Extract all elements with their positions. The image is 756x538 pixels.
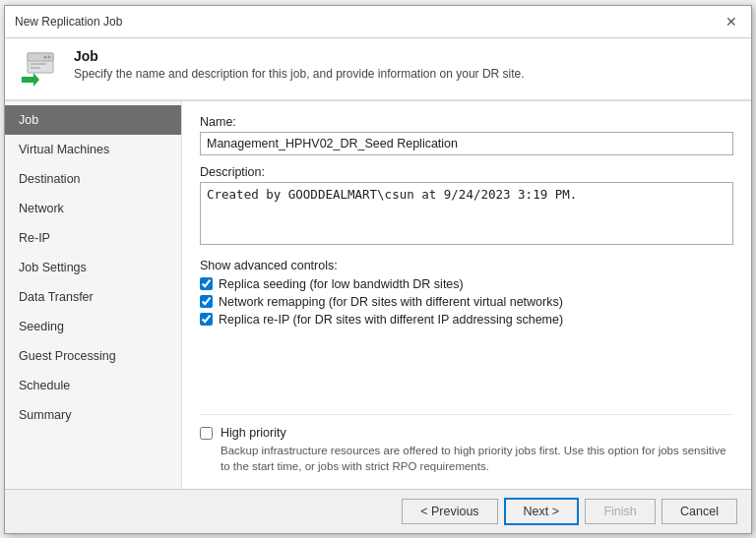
sidebar-item-network[interactable]: Network <box>5 194 181 223</box>
checkbox-row-seeding: Replica seeding (for low bandwidth DR si… <box>200 277 733 291</box>
sidebar-item-summary[interactable]: Summary <box>5 400 181 430</box>
close-button[interactable]: ✕ <box>722 12 741 31</box>
sidebar-item-seeding[interactable]: Seeding <box>5 312 181 341</box>
finish-button[interactable]: Finish <box>585 499 656 524</box>
sidebar-item-data-transfer[interactable]: Data Transfer <box>5 282 181 312</box>
svg-rect-4 <box>31 63 46 65</box>
name-input[interactable] <box>200 132 733 155</box>
svg-rect-5 <box>31 67 40 69</box>
high-priority-section: High priority Backup infrastructure reso… <box>200 414 733 474</box>
cancel-button[interactable]: Cancel <box>662 499 737 524</box>
sidebar-item-guest-processing[interactable]: Guest Processing <box>5 341 181 371</box>
sidebar-item-job-settings[interactable]: Job Settings <box>5 253 181 282</box>
svg-point-2 <box>48 55 51 58</box>
sidebar-item-schedule[interactable]: Schedule <box>5 371 181 400</box>
sidebar-item-destination[interactable]: Destination <box>5 164 181 194</box>
footer: < Previous Next > Finish Cancel <box>5 489 751 533</box>
sidebar: Job Virtual Machines Destination Network… <box>5 101 182 489</box>
replica-reip-label: Replica re-IP (for DR sites with differe… <box>219 313 563 327</box>
job-icon <box>19 48 60 90</box>
title-bar: New Replication Job ✕ <box>5 6 751 38</box>
high-priority-text: High priority Backup infrastructure reso… <box>220 425 733 474</box>
replica-seeding-label: Replica seeding (for low bandwidth DR si… <box>219 277 464 291</box>
replica-seeding-checkbox[interactable] <box>200 277 213 290</box>
high-priority-description: Backup infrastructure resources are offe… <box>220 443 733 474</box>
new-replication-job-dialog: New Replication Job ✕ Job Specify the na… <box>4 5 752 534</box>
high-priority-row: High priority Backup infrastructure reso… <box>200 425 733 474</box>
network-remapping-checkbox[interactable] <box>200 295 213 308</box>
dialog-body: Job Virtual Machines Destination Network… <box>5 101 751 489</box>
header-description: Specify the name and description for thi… <box>74 67 525 81</box>
svg-point-3 <box>44 55 47 58</box>
checkbox-row-reip: Replica re-IP (for DR sites with differe… <box>200 313 733 327</box>
header-area: Job Specify the name and description for… <box>5 38 751 101</box>
header-title: Job <box>74 48 525 64</box>
network-remapping-label: Network remapping (for DR sites with dif… <box>219 295 563 309</box>
advanced-section: Show advanced controls: Replica seeding … <box>200 259 733 330</box>
sidebar-item-job[interactable]: Job <box>5 105 181 135</box>
previous-button[interactable]: < Previous <box>402 499 497 524</box>
main-content: Name: Description: Created by GOODDEALMA… <box>182 101 751 489</box>
name-label: Name: <box>200 115 733 129</box>
svg-marker-6 <box>22 73 39 87</box>
high-priority-label: High priority <box>220 426 286 440</box>
next-button[interactable]: Next > <box>504 498 579 525</box>
description-label: Description: <box>200 165 733 179</box>
replica-reip-checkbox[interactable] <box>200 313 213 326</box>
description-input[interactable]: Created by GOODDEALMART\csun at 9/24/202… <box>200 182 733 245</box>
header-text: Job Specify the name and description for… <box>74 48 525 81</box>
high-priority-checkbox[interactable] <box>200 427 213 440</box>
advanced-title: Show advanced controls: <box>200 259 733 272</box>
sidebar-item-re-ip[interactable]: Re-IP <box>5 223 181 253</box>
description-field-group: Description: Created by GOODDEALMART\csu… <box>200 165 733 245</box>
sidebar-item-virtual-machines[interactable]: Virtual Machines <box>5 135 181 164</box>
name-field-group: Name: <box>200 115 733 155</box>
checkbox-row-network: Network remapping (for DR sites with dif… <box>200 295 733 309</box>
dialog-title: New Replication Job <box>15 15 122 29</box>
